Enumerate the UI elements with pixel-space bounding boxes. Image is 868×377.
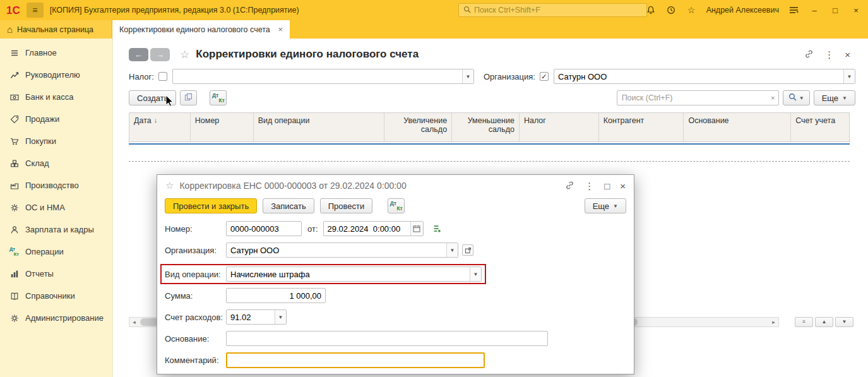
organization-field[interactable]: ▼: [226, 242, 458, 258]
list-search-input[interactable]: [617, 93, 768, 102]
sidebar-item-operations[interactable]: ДтКтОперации: [0, 241, 112, 263]
dialog-more-button[interactable]: Еще▼: [585, 198, 626, 213]
sidebar-item-manager[interactable]: Руководителю: [0, 64, 112, 86]
sidebar-item-bank-cash[interactable]: Банк и касса: [0, 86, 112, 108]
link-icon[interactable]: [804, 49, 814, 60]
chevron-down-icon[interactable]: ▼: [470, 267, 481, 281]
column-decrease-balance[interactable]: Уменьшение сальдо: [452, 113, 520, 141]
sidebar-item-production[interactable]: Производство: [0, 174, 112, 196]
operation-type-field[interactable]: ▼: [226, 266, 482, 282]
basis-input[interactable]: [226, 331, 548, 346]
column-label: Вид операции: [258, 116, 310, 125]
close-page-icon[interactable]: ×: [845, 50, 850, 59]
column-number[interactable]: Номер: [191, 113, 254, 141]
chevron-down-icon[interactable]: ▼: [843, 69, 855, 83]
create-button[interactable]: Создать: [129, 90, 176, 105]
list-settings-button[interactable]: ≡: [795, 317, 813, 327]
related-documents-icon[interactable]: [432, 224, 442, 233]
expense-account-input[interactable]: [227, 310, 275, 324]
copy-button[interactable]: [180, 90, 197, 105]
sidebar-item-sales[interactable]: Продажи: [0, 108, 112, 130]
column-date[interactable]: Дата↓: [129, 113, 191, 141]
sidebar-item-payroll[interactable]: Зарплата и кадры: [0, 218, 112, 241]
service-menu-icon[interactable]: [788, 5, 799, 16]
notifications-bell-icon[interactable]: [646, 5, 657, 16]
tax-filter-input[interactable]: [173, 69, 462, 83]
sidebar-item-references[interactable]: Справочники: [0, 285, 112, 307]
sidebar-item-label: Склад: [25, 159, 49, 168]
tab-close-icon[interactable]: ×: [278, 25, 283, 34]
chevron-down-icon[interactable]: ▼: [462, 69, 473, 83]
close-window-button[interactable]: ×: [850, 6, 862, 15]
dialog-header[interactable]: ☆ Корректировка ЕНС 0000-000003 от 29.02…: [157, 175, 634, 196]
expense-account-field[interactable]: ▼: [226, 309, 287, 325]
organization-input[interactable]: [227, 243, 446, 257]
maximize-dialog-icon[interactable]: □: [604, 181, 610, 191]
empty-row-cursor[interactable]: [129, 145, 850, 162]
post-button[interactable]: Провести: [320, 198, 373, 213]
maximize-button[interactable]: □: [829, 6, 841, 15]
column-tax[interactable]: Налог: [520, 113, 599, 141]
chevron-down-icon[interactable]: ▼: [275, 310, 286, 324]
column-basis[interactable]: Основание: [684, 113, 791, 141]
tax-filter-combo[interactable]: ▼: [172, 69, 474, 84]
scroll-right-button[interactable]: ▸: [769, 318, 778, 326]
sidebar-item-administration[interactable]: Администрирование: [0, 307, 112, 329]
comment-input[interactable]: [226, 352, 485, 368]
current-user[interactable]: Андрей Алексеевич: [706, 6, 779, 15]
link-icon[interactable]: [565, 181, 574, 191]
forward-button[interactable]: →: [150, 48, 170, 61]
operation-type-input[interactable]: [227, 267, 470, 281]
sidebar-item-fixed-assets[interactable]: ОС и НМА: [0, 196, 112, 218]
show-postings-button[interactable]: ДтКт: [210, 90, 227, 105]
open-organization-icon[interactable]: [462, 244, 473, 256]
tab-home[interactable]: ⌂ Начальная страница: [0, 20, 112, 39]
clear-search-icon[interactable]: ×: [768, 94, 778, 102]
list-search-field[interactable]: ×: [617, 90, 779, 105]
sidebar-item-reports[interactable]: Отчеты: [0, 263, 112, 285]
minimize-button[interactable]: –: [809, 6, 820, 15]
favorite-star-icon[interactable]: ☆: [165, 180, 174, 191]
favorites-star-icon[interactable]: ☆: [686, 5, 697, 16]
global-search-input[interactable]: [474, 6, 642, 15]
amount-input[interactable]: [226, 288, 326, 303]
sidebar-item-warehouse[interactable]: Склад: [0, 152, 112, 174]
date-field[interactable]: [323, 221, 424, 236]
more-menu-icon[interactable]: ⋮: [824, 50, 834, 59]
dt-kt-icon: ДтКт: [390, 201, 403, 212]
global-search[interactable]: [458, 3, 647, 17]
more-menu-icon[interactable]: ⋮: [585, 181, 594, 191]
column-counterparty[interactable]: Контрагент: [599, 113, 684, 141]
more-button[interactable]: Еще▼: [814, 90, 855, 105]
go-to-top-button[interactable]: ▲: [815, 317, 833, 327]
scroll-left-button[interactable]: ◂: [129, 318, 139, 326]
date-label: от:: [307, 224, 318, 234]
create-button-label: Создать: [137, 93, 168, 103]
back-button[interactable]: ←: [129, 48, 148, 61]
favorite-star-icon[interactable]: ☆: [180, 48, 189, 61]
org-filter-input[interactable]: [554, 69, 843, 83]
write-button[interactable]: Записать: [263, 198, 314, 213]
go-to-bottom-button[interactable]: ▼: [835, 317, 853, 327]
calendar-icon[interactable]: [410, 222, 423, 236]
date-input[interactable]: [324, 222, 410, 236]
close-dialog-icon[interactable]: ×: [620, 181, 626, 191]
post-and-close-button[interactable]: Провести и закрыть: [165, 198, 257, 213]
search-button[interactable]: ▼: [783, 90, 810, 105]
sidebar-item-label: ОС и НМА: [25, 203, 65, 212]
main-menu-button[interactable]: ≡: [27, 3, 44, 18]
org-filter-combo[interactable]: ▼: [554, 69, 855, 84]
column-increase-balance[interactable]: Увеличение сальдо: [384, 113, 452, 141]
column-account[interactable]: Счет учета: [791, 113, 849, 141]
history-icon[interactable]: [666, 5, 677, 16]
sidebar-item-main[interactable]: Главное: [0, 42, 112, 64]
column-operation-type[interactable]: Вид операции: [254, 113, 385, 141]
chevron-down-icon[interactable]: ▼: [446, 243, 458, 257]
show-postings-button[interactable]: ДтКт: [388, 198, 405, 213]
tab-corrections[interactable]: Корректировки единого налогового счета ×: [112, 20, 290, 39]
org-filter-checkbox[interactable]: ✓: [540, 72, 549, 81]
number-input[interactable]: [226, 221, 302, 236]
sidebar-item-purchases[interactable]: Покупки: [0, 130, 112, 152]
sort-desc-icon: ↓: [154, 116, 158, 124]
tax-filter-checkbox[interactable]: [158, 72, 167, 81]
